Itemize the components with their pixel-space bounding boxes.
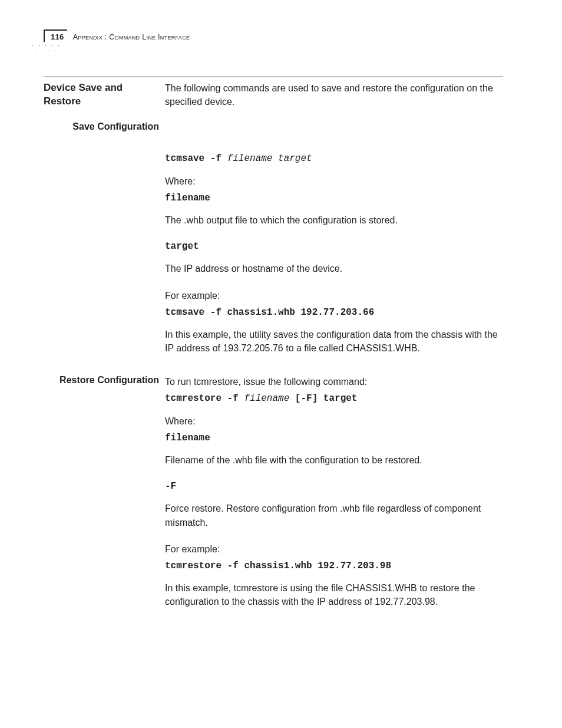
content: Device Save and Restore The following co… bbox=[44, 81, 503, 609]
restore-heading: Restore Configuration bbox=[44, 375, 159, 386]
save-heading-row: Save Configuration bbox=[44, 121, 503, 132]
running-head-text: Appendix : Command Line Interface bbox=[73, 33, 190, 41]
save-cmd-prefix: tcmsave -f bbox=[165, 153, 227, 164]
save-where: Where: bbox=[165, 174, 503, 188]
save-filename-label: filename bbox=[165, 192, 503, 205]
restore-example-desc: In this example, tcmrestore is using the… bbox=[165, 581, 503, 608]
restore-filename-desc: Filename of the .whb file with the confi… bbox=[165, 453, 503, 467]
restore-cmd-suffix: [-F] target bbox=[289, 393, 357, 404]
save-body: tcmsave -f filename target Where: filena… bbox=[165, 152, 503, 355]
save-heading-cell: Save Configuration bbox=[44, 121, 165, 132]
section-rule bbox=[44, 77, 503, 77]
header-corner-v bbox=[44, 29, 45, 42]
restore-flag-desc: Force restore. Restore configuration fro… bbox=[165, 502, 503, 529]
restore-intro: To run tcmrestore, issue the following c… bbox=[165, 375, 503, 388]
page: 116 Appendix : Command Line Interface . … bbox=[0, 0, 562, 728]
section-title: Device Save and Restore bbox=[44, 81, 159, 108]
restore-flag-label: -F bbox=[165, 480, 503, 493]
section-row: Device Save and Restore The following co… bbox=[44, 81, 503, 108]
save-heading: Save Configuration bbox=[44, 121, 159, 132]
restore-heading-row: Restore Configuration To run tcmrestore,… bbox=[44, 375, 503, 608]
section-title-cell: Device Save and Restore bbox=[44, 81, 165, 108]
restore-filename-label: filename bbox=[165, 431, 503, 445]
save-filename-desc: The .whb output file to which the config… bbox=[165, 213, 503, 227]
restore-body: To run tcmrestore, issue the following c… bbox=[165, 375, 503, 608]
restore-for-example: For example: bbox=[165, 542, 503, 556]
save-command: tcmsave -f filename target bbox=[165, 152, 503, 166]
section-intro: The following commands are used to save … bbox=[165, 81, 503, 108]
save-example-cmd: tcmsave -f chassis1.whb 192.77.203.66 bbox=[165, 306, 503, 319]
save-cmd-args: filename target bbox=[227, 153, 312, 164]
header-corner-h bbox=[44, 29, 67, 31]
decorative-dots: . . . . . . . . . bbox=[32, 42, 73, 52]
save-for-example: For example: bbox=[165, 289, 503, 302]
header-text: 116 Appendix : Command Line Interface bbox=[51, 32, 190, 41]
restore-cmd-args: filename bbox=[244, 393, 289, 404]
restore-example-cmd: tcmrestore -f chassis1.whb 192.77.203.98 bbox=[165, 559, 503, 573]
restore-heading-cell: Restore Configuration bbox=[44, 375, 165, 386]
save-example-desc: In this example, the utility saves the c… bbox=[165, 328, 503, 355]
page-number: 116 bbox=[51, 32, 64, 41]
save-target-desc: The IP address or hostname of the device… bbox=[165, 262, 503, 275]
restore-cmd-prefix: tcmrestore -f bbox=[165, 393, 244, 404]
save-target-label: target bbox=[165, 240, 503, 253]
restore-where: Where: bbox=[165, 414, 503, 428]
restore-command: tcmrestore -f filename [-F] target bbox=[165, 392, 503, 406]
running-header: 116 Appendix : Command Line Interface . … bbox=[38, 31, 527, 54]
